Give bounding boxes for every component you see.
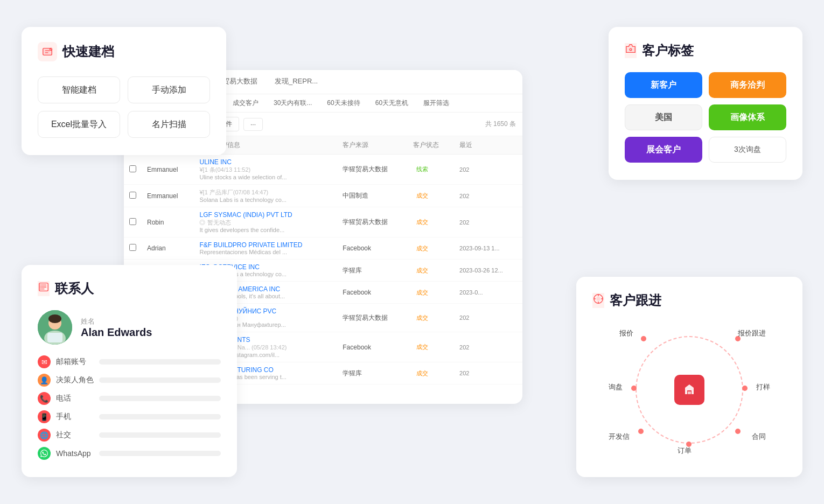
row-date: 202	[454, 304, 522, 332]
contact-social-row: 🌐 社交	[38, 429, 221, 442]
table-row[interactable]: Emmanuel ULINE INC ¥[1 条(04/13 11:52) Ul…	[124, 155, 522, 185]
whatsapp-icon	[38, 447, 51, 460]
node-quote	[641, 336, 646, 341]
excel-import-button[interactable]: Excel批量导入	[38, 111, 120, 138]
mobile-label: 手机	[56, 412, 94, 422]
subtab-30days[interactable]: 30天内有联...	[266, 94, 319, 112]
subtab-60days-no-receive[interactable]: 60天未接待	[319, 94, 367, 112]
subtab-60days-no-machine[interactable]: 60天无意机	[368, 94, 416, 112]
row-date: 2023-09-13 1...	[454, 237, 522, 260]
tags-title: 客户标签	[625, 42, 786, 59]
more-button[interactable]: ···	[243, 118, 263, 131]
mobile-value-bar	[99, 414, 221, 419]
row-status: 成交	[408, 304, 454, 332]
row-checkbox[interactable]	[124, 185, 142, 207]
contact-profile: 姓名 Alan Edwards	[38, 310, 221, 345]
svg-point-6	[40, 289, 41, 290]
table-row[interactable]: Robin LGF SYSMAC (INDIA) PVT LTD ◎ 暂无动态 …	[124, 207, 522, 237]
email-label: 邮箱账号	[56, 357, 94, 367]
row-checkbox[interactable]	[124, 155, 142, 185]
role-label: 决策人角色	[56, 375, 94, 385]
row-status: 成交	[408, 207, 454, 237]
tag-inquiry-count[interactable]: 3次询盘	[709, 137, 786, 163]
contact-email-row: ✉ 邮箱账号	[38, 355, 221, 368]
tab-discover[interactable]: 发现_REPR...	[266, 70, 326, 94]
tag-new-customer[interactable]: 新客户	[625, 72, 702, 98]
tag-portrait-system[interactable]: 画像体系	[709, 104, 786, 130]
subtab-filter[interactable]: 服开筛选	[416, 94, 457, 112]
contact-card: 联系人 姓名 Alan Edwards	[22, 265, 237, 477]
contact-avatar	[38, 310, 72, 345]
row-owner: Emmanuel	[142, 155, 194, 185]
table-row[interactable]: Adrian F&F BUILDPRO PRIVATE LIMITED Repr…	[124, 237, 522, 260]
label-dev-letter: 开发信	[609, 432, 630, 442]
tags-grid: 新客户 商务洽判 美国 画像体系 展会客户 3次询盘	[625, 72, 786, 163]
main-container: 快速建档 智能建档 手动添加 Excel批量导入 名片扫描 客户管理 找买家 贸…	[0, 0, 824, 504]
quick-archive-buttons: 智能建档 手动添加 Excel批量导入 名片扫描	[38, 76, 210, 138]
row-source: Facebook	[337, 332, 408, 362]
col-date: 最近	[454, 136, 522, 155]
label-inquiry: 询盘	[609, 382, 623, 392]
followup-icon	[592, 293, 604, 308]
email-icon: ✉	[38, 355, 51, 368]
row-source: 学猩贸易大数据	[337, 207, 408, 237]
node-inquiry	[631, 386, 637, 391]
row-company: F&F BUILDPRO PRIVATE LIMITED Representac…	[194, 237, 337, 260]
phone-label: 电话	[56, 394, 94, 403]
col-source: 客户来源	[337, 136, 408, 155]
row-company: LGF SYSMAC (INDIA) PVT LTD ◎ 暂无动态 It giv…	[194, 207, 337, 237]
quick-archive-card: 快速建档 智能建档 手动添加 Excel批量导入 名片扫描	[22, 27, 226, 155]
smart-archive-button[interactable]: 智能建档	[38, 76, 120, 103]
quick-archive-icon	[38, 42, 57, 61]
followup-diagram: 报价 报价跟进 打样 合同 订单 开发信 询盘	[603, 320, 776, 460]
row-date: 202	[454, 155, 522, 185]
contact-name-block: 姓名 Alan Edwards	[81, 317, 152, 339]
tag-usa[interactable]: 美国	[625, 104, 702, 130]
col-status: 客户状态	[408, 136, 454, 155]
contact-fields: ✉ 邮箱账号 👤 决策人角色 📞 电话 📱 手机	[38, 355, 221, 460]
social-icon: 🌐	[38, 429, 51, 442]
node-sample	[742, 386, 748, 391]
social-value-bar	[99, 432, 221, 438]
row-source: 学猩贸易大数据	[337, 155, 408, 185]
contact-mobile-row: 📱 手机	[38, 410, 221, 423]
row-company: ULINE INC ¥[1 条(04/13 11:52) Uline stock…	[194, 155, 337, 185]
svg-point-14	[596, 297, 600, 300]
mobile-icon: 📱	[38, 410, 51, 423]
followup-center-logo	[674, 375, 704, 405]
row-source: 中国制造	[337, 185, 408, 207]
followup-title: 客户跟进	[592, 292, 786, 309]
label-quote-followup: 报价跟进	[738, 328, 766, 338]
row-date: 202	[454, 207, 522, 237]
table-row[interactable]: Emmanuel ¥[1 产品库厂(07/08 14:47) Solana La…	[124, 185, 522, 207]
email-value-bar	[99, 359, 221, 365]
tag-expo-customer[interactable]: 展会客户	[625, 137, 702, 163]
record-count: 共 1650 条	[485, 120, 516, 129]
row-checkbox[interactable]	[124, 237, 142, 260]
phone-value-bar	[99, 396, 221, 401]
tags-title-text: 客户标签	[642, 42, 694, 59]
row-source: 学猩库	[337, 260, 408, 282]
row-owner: Adrian	[142, 237, 194, 260]
node-contract	[735, 429, 741, 434]
contact-full-name: Alan Edwards	[81, 326, 152, 339]
row-date: 2023-03-26 12...	[454, 260, 522, 282]
row-status: 成交	[408, 332, 454, 362]
row-company: ¥[1 产品库厂(07/08 14:47) Solana Labs is a t…	[194, 185, 337, 207]
row-date: 2023-0...	[454, 282, 522, 304]
subtab-deal[interactable]: 成交客户	[225, 94, 266, 112]
row-owner: Robin	[142, 207, 194, 237]
contact-title: 联系人	[38, 280, 221, 297]
row-checkbox[interactable]	[124, 207, 142, 237]
row-date: 202	[454, 384, 522, 395]
label-order: 订单	[678, 446, 692, 456]
svg-rect-16	[688, 391, 691, 394]
contact-icon	[38, 281, 50, 296]
contact-whatsapp-row: WhatsApp	[38, 447, 221, 460]
row-status: 成交	[408, 237, 454, 260]
card-scan-button[interactable]: 名片扫描	[128, 111, 210, 138]
manual-add-button[interactable]: 手动添加	[128, 76, 210, 103]
row-date: 202	[454, 332, 522, 362]
tag-business-negotiation[interactable]: 商务洽判	[709, 72, 786, 98]
row-date: 202	[454, 185, 522, 207]
